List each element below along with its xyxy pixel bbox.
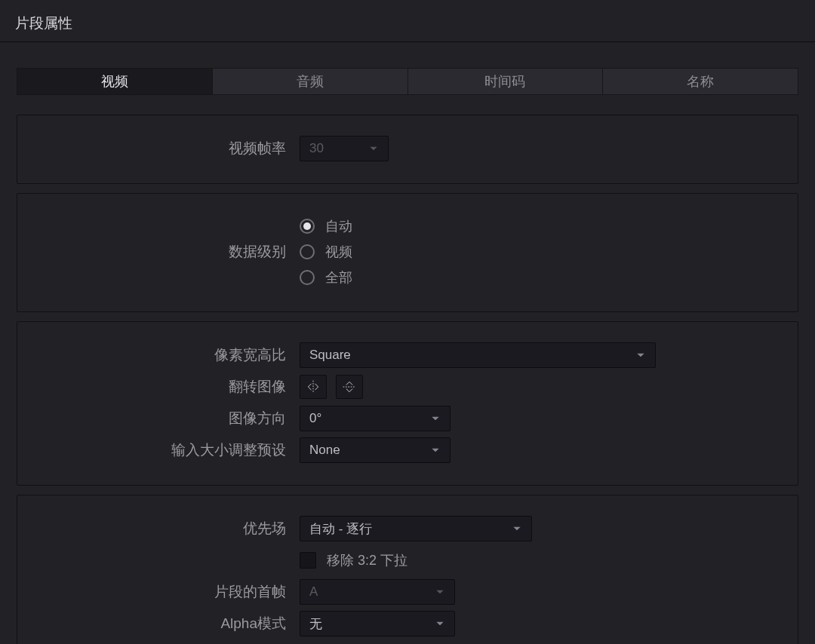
flip-horizontal-button[interactable] bbox=[300, 375, 327, 399]
panel-datalevel: 数据级别 自动 视频 全部 bbox=[17, 193, 798, 312]
framerate-select[interactable]: 30 bbox=[300, 136, 389, 161]
chevron-down-icon bbox=[368, 143, 379, 154]
radio-video[interactable] bbox=[300, 244, 315, 259]
pixel-aspect-value: Square bbox=[309, 348, 628, 363]
field-dominance-value: 自动 - 逐行 bbox=[309, 520, 504, 538]
flip-horizontal-icon bbox=[306, 379, 321, 394]
radio-full-label: 全部 bbox=[325, 268, 352, 287]
label-par: 像素宽高比 bbox=[35, 345, 300, 365]
first-frame-select[interactable]: A bbox=[300, 579, 455, 605]
chevron-down-icon bbox=[430, 445, 441, 455]
label-datalevel: 数据级别 bbox=[35, 242, 300, 262]
pixel-aspect-select[interactable]: Square bbox=[300, 342, 656, 368]
tab-name[interactable]: 名称 bbox=[603, 69, 798, 94]
remove-3-2-label: 移除 3:2 下拉 bbox=[327, 551, 408, 569]
label-first-frame: 片段的首帧 bbox=[35, 582, 300, 602]
first-frame-value: A bbox=[309, 584, 427, 600]
radio-auto-label: 自动 bbox=[325, 217, 352, 235]
flip-vertical-button[interactable] bbox=[336, 375, 363, 399]
chevron-down-icon bbox=[435, 587, 445, 597]
label-flip: 翻转图像 bbox=[35, 377, 300, 397]
panel-field: 优先场 自动 - 逐行 移除 3:2 下拉 片段的首帧 A Alpha模式 无 bbox=[17, 495, 798, 644]
panel-framerate: 视频帧率 30 bbox=[17, 115, 798, 184]
window-title: 片段属性 bbox=[0, 0, 815, 42]
tabs: 视频 音频 时间码 名称 bbox=[17, 68, 798, 95]
resize-preset-select[interactable]: None bbox=[300, 437, 451, 463]
framerate-value: 30 bbox=[309, 141, 361, 156]
label-resize-preset: 输入大小调整预设 bbox=[35, 440, 300, 460]
chevron-down-icon bbox=[435, 618, 445, 629]
radio-full[interactable] bbox=[300, 270, 315, 285]
alpha-mode-value: 无 bbox=[309, 615, 427, 633]
field-dominance-select[interactable]: 自动 - 逐行 bbox=[300, 516, 532, 541]
label-dominance: 优先场 bbox=[35, 519, 300, 538]
tab-audio[interactable]: 音频 bbox=[213, 69, 408, 94]
chevron-down-icon bbox=[430, 413, 441, 424]
orientation-select[interactable]: 0° bbox=[300, 406, 451, 431]
resize-preset-value: None bbox=[309, 443, 423, 458]
tab-video[interactable]: 视频 bbox=[17, 69, 213, 94]
radio-video-label: 视频 bbox=[325, 243, 352, 261]
label-framerate: 视频帧率 bbox=[35, 139, 300, 158]
chevron-down-icon bbox=[512, 523, 522, 534]
chevron-down-icon bbox=[635, 350, 646, 360]
remove-3-2-checkbox[interactable] bbox=[300, 552, 316, 569]
alpha-mode-select[interactable]: 无 bbox=[300, 611, 455, 636]
orientation-value: 0° bbox=[309, 411, 423, 426]
label-orientation: 图像方向 bbox=[35, 409, 300, 428]
flip-vertical-icon bbox=[342, 379, 357, 394]
radio-auto[interactable] bbox=[300, 219, 315, 234]
tab-timecode[interactable]: 时间码 bbox=[408, 69, 604, 94]
label-alpha-mode: Alpha模式 bbox=[35, 614, 300, 633]
panel-geometry: 像素宽高比 Square 翻转图像 bbox=[17, 321, 798, 486]
